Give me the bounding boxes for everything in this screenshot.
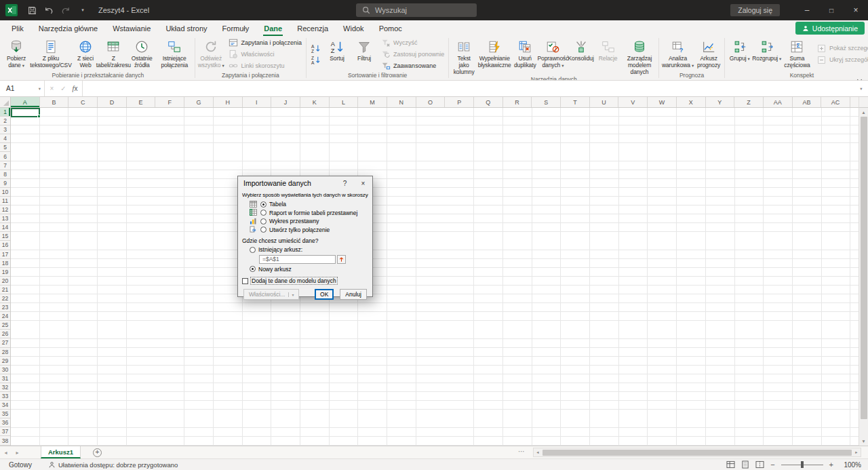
formula-input[interactable] (83, 81, 854, 96)
column-header-N[interactable]: N (387, 97, 416, 107)
vertical-scroll-thumb[interactable] (861, 117, 867, 419)
sort-descending-button[interactable]: ZA (311, 55, 321, 64)
option-connection-only[interactable]: Utwórz tylko połączenie (250, 226, 368, 235)
properties-button[interactable]: Właściwości (229, 50, 302, 59)
row-header-33[interactable]: 33 (0, 392, 10, 401)
what-if-analysis-button[interactable]: ? Analiza warunkowa▾ (660, 37, 694, 71)
confirm-entry-icon[interactable]: ✓ (58, 85, 69, 92)
row-header-35[interactable]: 35 (0, 410, 10, 418)
scroll-right-icon[interactable]: ▸ (852, 450, 861, 455)
column-header-Y[interactable]: Y (706, 97, 735, 107)
row-header-19[interactable]: 19 (0, 268, 10, 277)
tab-view[interactable]: Widok (336, 20, 372, 36)
row-header-9[interactable]: 9 (0, 179, 10, 188)
close-button[interactable]: × (844, 0, 868, 20)
scroll-left-icon[interactable]: ◂ (534, 450, 542, 455)
text-to-columns-button[interactable]: Tekst jako kolumny (450, 37, 477, 75)
subtotal-button[interactable]: Σ Suma częściowa (781, 37, 814, 71)
radio-existing-sheet[interactable] (250, 247, 256, 253)
column-header-J[interactable]: J (271, 97, 300, 107)
manage-data-model-button[interactable]: Zarządzaj modelem danych (622, 37, 658, 75)
row-header-1[interactable]: 1 (0, 108, 10, 117)
view-page-break-icon[interactable] (755, 461, 764, 469)
row-header-10[interactable]: 10 (0, 188, 10, 197)
column-header-C[interactable]: C (68, 97, 98, 107)
row-header-28[interactable]: 28 (0, 348, 10, 357)
ok-button[interactable]: OK (315, 289, 334, 300)
properties-split-button[interactable]: Właściwości... ▾ (243, 289, 299, 300)
option-pivot-chart[interactable]: Wykres przestawny (250, 217, 368, 226)
active-cell-a1[interactable] (11, 108, 40, 117)
row-header-22[interactable]: 22 (0, 294, 10, 303)
row-header-37[interactable]: 37 (0, 427, 10, 436)
row-header-23[interactable]: 23 (0, 303, 10, 312)
row-header-2[interactable]: 2 (0, 117, 10, 125)
column-header-T[interactable]: T (561, 97, 590, 107)
collapse-dialog-button[interactable] (337, 255, 346, 264)
tab-help[interactable]: Pomoc (372, 20, 410, 36)
name-box[interactable]: A1 ▾ (0, 81, 45, 96)
flash-fill-button[interactable]: Wypełnianie błyskawiczne (477, 37, 511, 75)
view-page-layout-icon[interactable] (741, 461, 749, 469)
column-header-P[interactable]: P (445, 97, 474, 107)
row-header-18[interactable]: 18 (0, 259, 10, 268)
show-detail-button[interactable]: Pokaż szczegóły (816, 43, 868, 53)
insert-function-icon[interactable]: fx (69, 85, 81, 92)
radio-pivot-table[interactable] (260, 210, 267, 216)
zoom-percentage[interactable]: 100% (840, 461, 861, 469)
sort-ascending-button[interactable]: AZ (311, 43, 321, 53)
hide-detail-button[interactable]: Ukryj szczegóły (816, 55, 868, 64)
horizontal-scrollbar[interactable]: ◂ ▸ (533, 448, 861, 457)
column-header-W[interactable]: W (648, 97, 677, 107)
accessibility-status[interactable]: Ułatwienia dostępu: dobrze przygotowano (48, 461, 178, 469)
column-header-K[interactable]: K (300, 97, 330, 107)
existing-connections-button[interactable]: Istniejące połączenia (156, 37, 193, 71)
column-header-E[interactable]: E (127, 97, 156, 107)
zoom-out-button[interactable]: − (770, 461, 774, 469)
grid-cells[interactable] (11, 108, 859, 446)
zoom-slider[interactable] (781, 461, 823, 469)
sheet-tab-arkusz1[interactable]: Arkusz1 (41, 446, 81, 458)
row-header-8[interactable]: 8 (0, 170, 10, 179)
sign-in-button[interactable]: Zaloguj się (730, 4, 780, 16)
collapse-ribbon-icon[interactable] (858, 72, 863, 77)
column-header-I[interactable]: I (243, 97, 272, 107)
tab-home[interactable]: Narzędzia główne (31, 20, 105, 36)
redo-icon[interactable] (58, 3, 73, 18)
option-existing-sheet[interactable]: Istniejący arkusz: (250, 246, 368, 254)
workbook-links-button[interactable]: Linki skoroszytu (229, 61, 302, 71)
recent-sources-button[interactable]: Ostatnie źródła (128, 37, 156, 71)
radio-table[interactable] (260, 201, 267, 208)
column-header-AB[interactable]: AB (793, 97, 822, 107)
cancel-button[interactable]: Anuluj (340, 289, 367, 300)
row-header-34[interactable]: 34 (0, 401, 10, 410)
column-header-Q[interactable]: Q (474, 97, 503, 107)
column-header-R[interactable]: R (503, 97, 532, 107)
scroll-up-icon[interactable]: ▲ (859, 108, 868, 117)
column-header-AA[interactable]: AA (764, 97, 793, 107)
row-header-6[interactable]: 6 (0, 152, 10, 161)
clear-filter-button[interactable]: Wyczyść (380, 38, 444, 47)
queries-connections-button[interactable]: Zapytania i połączenia (229, 38, 302, 47)
radio-new-sheet[interactable] (250, 266, 256, 272)
vertical-scrollbar[interactable]: ▲ ▼ (859, 108, 868, 446)
row-header-12[interactable]: 12 (0, 205, 10, 214)
zoom-in-button[interactable]: + (829, 461, 833, 469)
qat-customize-icon[interactable]: ▾ (75, 3, 90, 18)
row-header-31[interactable]: 31 (0, 374, 10, 383)
column-header-X[interactable]: X (677, 97, 706, 107)
view-normal-icon[interactable] (726, 461, 735, 469)
tab-review[interactable]: Recenzja (290, 20, 336, 36)
row-header-4[interactable]: 4 (0, 134, 10, 143)
tab-formulas[interactable]: Formuły (215, 20, 257, 36)
row-header-38[interactable]: 38 (0, 436, 10, 445)
column-header-H[interactable]: H (214, 97, 243, 107)
cancel-entry-icon[interactable]: × (46, 85, 58, 92)
column-header-D[interactable]: D (98, 97, 127, 107)
tab-file[interactable]: Plik (4, 20, 31, 36)
column-header-F[interactable]: F (155, 97, 184, 107)
column-header-A[interactable]: A (11, 97, 40, 107)
column-header-U[interactable]: U (590, 97, 619, 107)
row-header-17[interactable]: 17 (0, 250, 10, 259)
row-header-20[interactable]: 20 (0, 277, 10, 286)
